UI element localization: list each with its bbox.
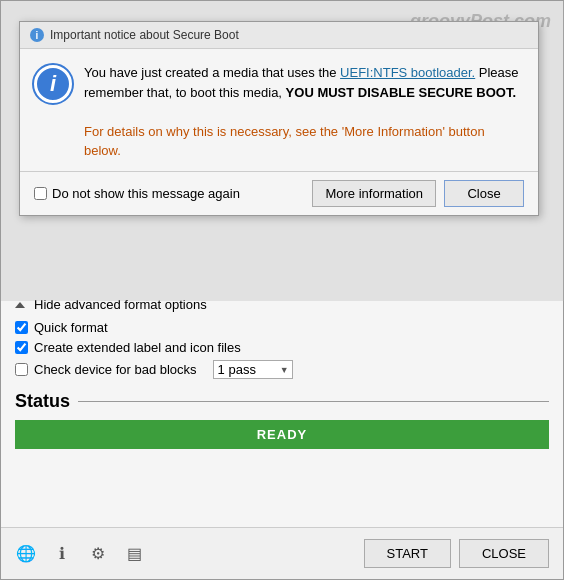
- secure-boot-dialog: i Important notice about Secure Boot i Y…: [19, 21, 539, 216]
- dialog-text-content: You have just created a media that uses …: [84, 63, 524, 161]
- status-title-row: Status: [15, 391, 549, 412]
- pass-select-wrapper[interactable]: 1 pass 2 passes 4 passes: [203, 360, 293, 379]
- toolbar-buttons-group: START CLOSE: [364, 539, 550, 568]
- extended-label-text: Create extended label and icon files: [34, 340, 241, 355]
- globe-icon[interactable]: 🌐: [15, 543, 37, 565]
- extended-label-row: Create extended label and icon files: [15, 340, 549, 355]
- dialog-title-text: Important notice about Secure Boot: [50, 28, 239, 42]
- toolbar-icons-group: 🌐 ℹ ⚙ ▤: [15, 543, 145, 565]
- body-text-1: You have just created a media that uses …: [84, 65, 340, 80]
- info-icon-large: i: [34, 65, 72, 103]
- extended-label-checkbox[interactable]: [15, 341, 28, 354]
- body-text-3: For details on why this is necessary, se…: [84, 124, 485, 159]
- dont-show-label: Do not show this message again: [52, 186, 240, 201]
- close-dialog-button[interactable]: Close: [444, 180, 524, 207]
- chevron-up-icon: [15, 302, 25, 308]
- quick-format-row: Quick format: [15, 320, 549, 335]
- bad-blocks-checkbox[interactable]: [15, 363, 28, 376]
- bottom-toolbar: 🌐 ℹ ⚙ ▤ START CLOSE: [1, 527, 563, 579]
- list-icon[interactable]: ▤: [123, 543, 145, 565]
- bad-blocks-label: Check device for bad blocks: [34, 362, 197, 377]
- pass-select[interactable]: 1 pass 2 passes 4 passes: [213, 360, 293, 379]
- must-disable-text: YOU MUST DISABLE SECURE BOOT.: [286, 85, 516, 100]
- dialog-titlebar: i Important notice about Secure Boot: [20, 22, 538, 49]
- more-info-button[interactable]: More information: [312, 180, 436, 207]
- bad-blocks-row: Check device for bad blocks 1 pass 2 pas…: [15, 360, 549, 379]
- dialog-body: i You have just created a media that use…: [20, 49, 538, 171]
- quick-format-label: Quick format: [34, 320, 108, 335]
- format-options-section: Hide advanced format options Quick forma…: [15, 297, 549, 384]
- close-button[interactable]: CLOSE: [459, 539, 549, 568]
- app-window: groovyPost.com Hide advanced format opti…: [0, 0, 564, 580]
- uefi-link[interactable]: UEFI:NTFS bootloader.: [340, 65, 475, 80]
- dialog-overlay: i Important notice about Secure Boot i Y…: [1, 1, 564, 301]
- quick-format-checkbox[interactable]: [15, 321, 28, 334]
- start-button[interactable]: START: [364, 539, 451, 568]
- dialog-title-icon: i: [30, 28, 44, 42]
- info-circle-icon[interactable]: ℹ: [51, 543, 73, 565]
- dialog-footer-buttons: More information Close: [312, 180, 524, 207]
- dont-show-checkbox[interactable]: [34, 187, 47, 200]
- sliders-icon[interactable]: ⚙: [87, 543, 109, 565]
- status-bar: READY: [15, 420, 549, 449]
- status-title-text: Status: [15, 391, 70, 412]
- dialog-footer: Do not show this message again More info…: [20, 172, 538, 215]
- status-divider: [78, 401, 549, 402]
- dont-show-row: Do not show this message again: [34, 186, 240, 201]
- status-section: Status READY: [15, 391, 549, 449]
